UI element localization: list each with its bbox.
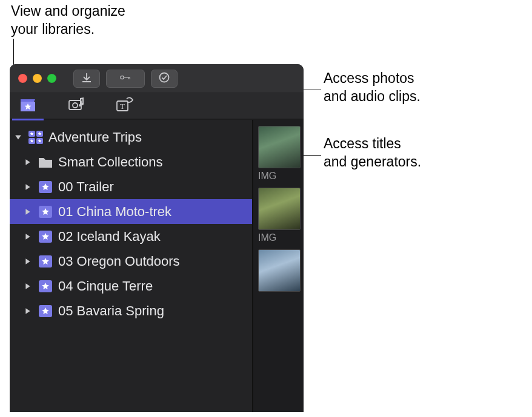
svg-point-1 — [160, 73, 169, 82]
clapperboard-star-icon — [19, 97, 36, 115]
event-star-icon — [38, 204, 53, 220]
clip-thumb[interactable]: IMG — [258, 188, 301, 243]
titles-generators-icon: T — [116, 97, 133, 115]
traffic-lights — [18, 74, 56, 83]
svg-point-0 — [121, 76, 124, 79]
sidebar-item-label: 04 Cinque Terre — [58, 278, 153, 294]
library-tree: Adventure Trips Smart Collections00 Trai… — [10, 120, 253, 412]
sidebar-content: Adventure Trips Smart Collections00 Trai… — [10, 120, 304, 412]
import-button[interactable] — [73, 70, 100, 88]
disclosure-triangle-icon[interactable] — [24, 282, 33, 291]
clip-label: IMG — [258, 171, 301, 182]
sidebar-event-row[interactable]: 05 Bavaria Spring — [10, 298, 252, 323]
disclosure-triangle-icon[interactable] — [24, 307, 33, 315]
svg-point-3 — [73, 103, 78, 108]
sidebar-event-row[interactable]: 04 Cinque Terre — [10, 274, 252, 298]
disclosure-triangle-icon[interactable] — [24, 208, 33, 216]
disclosure-triangle-icon[interactable] — [24, 183, 33, 191]
library-name-label: Adventure Trips — [48, 130, 142, 145]
fullscreen-button[interactable] — [47, 74, 56, 83]
sidebar-event-row[interactable]: 02 Iceland Kayak — [10, 224, 252, 249]
library-icon — [28, 130, 44, 145]
checkmark-circle-icon — [158, 71, 170, 86]
svg-text:T: T — [120, 102, 125, 111]
keyword-button[interactable] — [106, 70, 145, 88]
disclosure-triangle-icon[interactable] — [24, 232, 33, 241]
clip-thumbnail-image — [258, 188, 301, 230]
library-root-row[interactable]: Adventure Trips — [10, 125, 252, 149]
event-star-icon — [38, 229, 53, 245]
folder-icon — [38, 154, 53, 170]
clip-thumb[interactable] — [258, 249, 301, 292]
close-button[interactable] — [18, 74, 27, 83]
event-star-icon — [38, 278, 53, 294]
background-tasks-button[interactable] — [151, 70, 178, 88]
sidebar-item-label: 05 Bavaria Spring — [58, 303, 164, 319]
clip-thumbnail-image — [258, 126, 301, 168]
sidebar-tabs: T — [10, 93, 304, 120]
sidebar-item-label: 03 Oregon Outdoors — [58, 254, 180, 269]
clip-browser: IMG IMG — [253, 120, 304, 412]
sidebar-event-row[interactable]: 00 Trailer — [10, 174, 252, 199]
clip-thumbnail-image — [258, 249, 301, 292]
disclosure-triangle-icon[interactable] — [24, 158, 33, 166]
disclosure-triangle-icon[interactable] — [15, 133, 23, 142]
key-icon — [119, 71, 131, 86]
sidebar-event-row[interactable]: 01 China Moto-trek — [10, 199, 252, 224]
sidebar-folder-row[interactable]: Smart Collections — [10, 149, 252, 174]
titles-generators-tab[interactable]: T — [114, 93, 136, 119]
disclosure-triangle-icon[interactable] — [24, 257, 33, 266]
download-arrow-icon — [81, 71, 93, 86]
callout-libraries: View and organize your libraries. — [11, 2, 168, 39]
sidebar-item-label: 00 Trailer — [58, 179, 114, 195]
clip-label: IMG — [258, 232, 301, 243]
clip-thumb[interactable]: IMG — [258, 126, 301, 182]
callout-photos-audio: Access photos and audio clips. — [324, 70, 511, 106]
sidebar-item-label: Smart Collections — [58, 154, 162, 170]
libraries-tab[interactable] — [17, 93, 39, 119]
event-star-icon — [38, 303, 53, 319]
app-window: T — [10, 64, 304, 412]
sidebar-event-row[interactable]: 03 Oregon Outdoors — [10, 249, 252, 274]
event-star-icon — [38, 254, 53, 269]
callout-titles-generators: Access titles and generators. — [324, 135, 511, 171]
sidebar-item-label: 01 China Moto-trek — [58, 204, 171, 220]
window-titlebar — [10, 64, 304, 93]
photos-audio-tab[interactable] — [65, 93, 87, 119]
camera-music-icon — [68, 97, 85, 115]
event-star-icon — [38, 179, 53, 195]
sidebar-item-label: 02 Iceland Kayak — [58, 229, 161, 245]
minimize-button[interactable] — [33, 74, 42, 83]
